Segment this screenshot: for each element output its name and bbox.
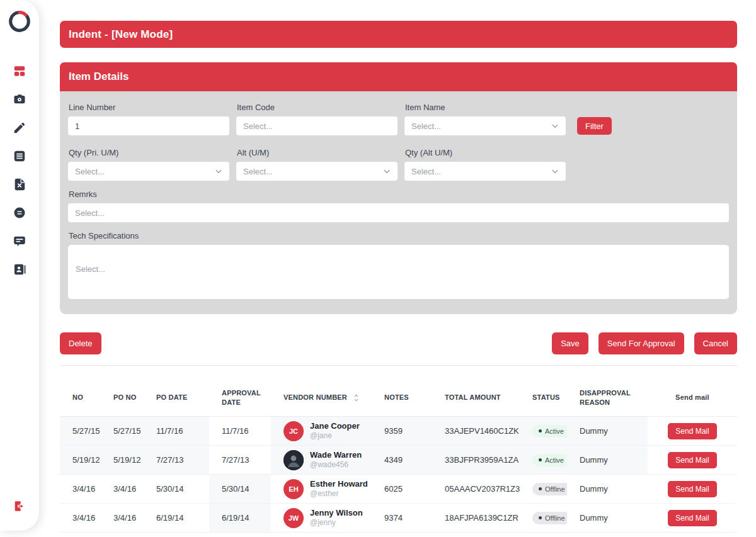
item-code-input[interactable] bbox=[236, 116, 398, 135]
cell-no: 3/4/16 bbox=[60, 504, 101, 532]
page-title-bar: Indent - [New Mode] bbox=[60, 21, 737, 48]
item-name-select[interactable] bbox=[404, 116, 566, 135]
cell-send-mail: Send Mail bbox=[648, 504, 737, 532]
column-header-label: PO DATE bbox=[156, 393, 187, 402]
cell-po-no: 3/4/16 bbox=[101, 475, 144, 503]
sidebar bbox=[0, 0, 39, 531]
delete-button[interactable]: Delete bbox=[60, 332, 101, 354]
cell-po-date: 7/27/13 bbox=[144, 446, 209, 474]
cell-status: Active bbox=[520, 417, 567, 445]
line-number-label: Line Number bbox=[69, 103, 229, 112]
cancel-button[interactable]: Cancel bbox=[694, 332, 737, 354]
cell-po-no: 5/19/12 bbox=[101, 446, 144, 474]
cell-disapproval-reason: Dummy bbox=[567, 475, 648, 503]
alt-um-select[interactable] bbox=[236, 162, 398, 181]
avatar bbox=[284, 450, 304, 470]
cell-total-amount: 33AJEPV1460C1ZK bbox=[432, 417, 520, 445]
cell-po-date: 6/19/14 bbox=[144, 504, 209, 532]
camera-icon[interactable] bbox=[13, 93, 26, 106]
item-details-form: Line Number Item Code Item Name bbox=[60, 91, 737, 314]
status-badge: Offline bbox=[532, 512, 567, 524]
table-row: 5/27/155/27/1511/7/1611/7/16JCJane Coope… bbox=[60, 417, 737, 446]
cell-send-mail: Send Mail bbox=[648, 417, 737, 445]
document-list-icon[interactable] bbox=[13, 149, 26, 163]
column-header-label: DISAPPROVAL REASON bbox=[580, 388, 648, 408]
cell-no: 5/27/15 bbox=[60, 417, 101, 445]
cell-approval-date: 6/19/14 bbox=[209, 504, 271, 532]
remarks-input[interactable] bbox=[68, 203, 729, 222]
column-header-no: NO bbox=[60, 380, 101, 416]
avatar: JC bbox=[284, 421, 304, 441]
column-header-po-no: PO NO bbox=[101, 380, 144, 416]
cell-notes: 4349 bbox=[372, 446, 432, 474]
column-header-disapproval-reason: DISAPPROVAL REASON bbox=[567, 380, 648, 416]
send-mail-button[interactable]: Send Mail bbox=[668, 481, 716, 497]
status-label: Active bbox=[545, 427, 564, 435]
pencil-icon[interactable] bbox=[13, 121, 26, 135]
column-header-po-date: PO DATE bbox=[144, 380, 209, 416]
cell-notes: 6025 bbox=[372, 475, 432, 503]
qty-alt-um-select[interactable] bbox=[404, 162, 566, 181]
cell-status: Offline bbox=[520, 475, 567, 503]
cell-approval-date: 11/7/16 bbox=[209, 417, 271, 445]
column-header-notes: NOTES bbox=[372, 380, 432, 416]
tech-specifications-label: Tech Specifications bbox=[69, 231, 729, 240]
tech-specifications-textarea[interactable] bbox=[68, 245, 729, 299]
status-dot-icon bbox=[539, 429, 542, 432]
status-badge: Offline bbox=[532, 483, 567, 495]
column-header-status: STATUS bbox=[520, 380, 567, 416]
filter-button[interactable]: Filter bbox=[577, 117, 612, 135]
send-mail-button[interactable]: Send Mail bbox=[668, 510, 716, 526]
column-header-label: TOTAL AMOUNT bbox=[445, 393, 501, 402]
status-badge: Active bbox=[532, 425, 567, 438]
cell-disapproval-reason: Dummy bbox=[567, 417, 648, 445]
send-mail-button[interactable]: Send Mail bbox=[668, 423, 716, 439]
app-logo-icon bbox=[7, 9, 32, 34]
table-row: 3/4/163/4/166/19/146/19/14JWJenny Wilson… bbox=[60, 504, 737, 533]
column-header-label: PO NO bbox=[113, 393, 136, 402]
send-for-approval-button[interactable]: Send For Approval bbox=[598, 332, 684, 354]
line-number-input[interactable] bbox=[68, 116, 229, 135]
action-bar: Delete Save Send For Approval Cancel bbox=[60, 332, 737, 354]
cell-total-amount: 05AAACV2037R1Z3 bbox=[432, 475, 520, 503]
save-button[interactable]: Save bbox=[552, 332, 588, 354]
column-header-total-amount: TOTAL AMOUNT bbox=[432, 380, 520, 416]
logout-icon[interactable] bbox=[13, 499, 26, 513]
cell-approval-date: 7/27/13 bbox=[209, 446, 271, 474]
cell-po-date: 11/7/16 bbox=[144, 417, 209, 445]
cell-disapproval-reason: Dummy bbox=[567, 504, 648, 532]
page-title: Indent - [New Mode] bbox=[69, 28, 173, 41]
send-mail-button[interactable]: Send Mail bbox=[668, 452, 716, 468]
table-row: 3/4/163/4/165/30/145/30/14EHEsther Howar… bbox=[60, 475, 737, 504]
cell-send-mail: Send Mail bbox=[648, 446, 737, 474]
alt-um-label: Alt (U/M) bbox=[237, 148, 398, 157]
cell-status: Active bbox=[520, 446, 567, 474]
section-header: Item Details bbox=[60, 62, 737, 91]
column-header-label: Send mail bbox=[675, 393, 709, 402]
contact-card-icon[interactable] bbox=[13, 263, 26, 276]
qty-pri-um-select[interactable] bbox=[68, 162, 229, 181]
sort-icon[interactable] bbox=[353, 393, 360, 402]
main-content: Indent - [New Mode] Item Details Line Nu… bbox=[60, 0, 737, 533]
avatar: EH bbox=[284, 479, 304, 499]
cell-vendor: Wade Warren@wade456 bbox=[271, 446, 372, 474]
cell-no: 5/19/12 bbox=[60, 446, 101, 474]
cell-vendor: EHEsther Howard@esther bbox=[271, 475, 372, 503]
chat-icon[interactable] bbox=[13, 234, 26, 248]
sidebar-nav bbox=[13, 64, 26, 276]
vendor-name: Jane Cooper bbox=[310, 421, 360, 431]
column-header-label: STATUS bbox=[532, 393, 560, 402]
column-header-send-mail: Send mail bbox=[648, 380, 737, 416]
remarks-label: Remrks bbox=[69, 189, 729, 199]
indent-table: NOPO NOPO DATEAPPROVAL DATEVENDOR NUMBER… bbox=[60, 380, 737, 533]
file-x-icon[interactable] bbox=[13, 178, 26, 191]
vendor-handle: @jane bbox=[310, 431, 360, 441]
cell-vendor: JWJenny Wilson@jenny bbox=[271, 504, 372, 532]
cell-total-amount: 33BJFPR3959A1ZA bbox=[432, 446, 520, 474]
grid-layout-icon[interactable] bbox=[13, 64, 26, 78]
status-dot-icon bbox=[539, 487, 542, 490]
cell-send-mail: Send Mail bbox=[648, 475, 737, 503]
circle-menu-icon[interactable] bbox=[13, 206, 26, 220]
cell-notes: 9374 bbox=[372, 504, 432, 532]
status-dot-icon bbox=[539, 458, 542, 461]
